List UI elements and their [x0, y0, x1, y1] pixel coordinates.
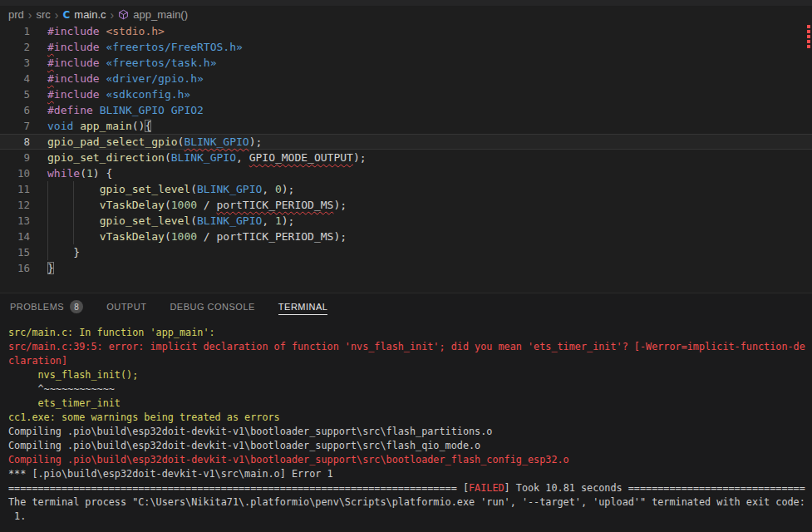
code-token: );: [282, 183, 295, 195]
code-token: }: [47, 246, 80, 259]
code-token: (: [80, 167, 86, 180]
code-token: [47, 230, 73, 243]
terminal-text-segment: ========================================…: [8, 482, 469, 494]
terminal-output[interactable]: src/main.c: In function 'app_main':src/m…: [0, 320, 812, 524]
terminal-line: src/main.c: In function 'app_main':: [8, 326, 812, 340]
tab-problems[interactable]: PROBLEMS 8: [10, 293, 83, 320]
terminal-text-segment: cc1.exe: some warnings being treated as …: [8, 411, 280, 423]
overview-ruler[interactable]: [805, 23, 812, 293]
code-line[interactable]: 13 gpio_set_level(BLINK_GPIO, 1);: [0, 213, 812, 229]
error-squiggle-token: #: [47, 72, 54, 85]
code-token: «driver/gpio.h»: [106, 72, 203, 85]
code-line[interactable]: 12 vTaskDelay(1000 / portTICK_PERIOD_MS)…: [0, 197, 812, 213]
tab-terminal-label: TERMINAL: [278, 302, 328, 312]
code-token: ,: [236, 151, 249, 164]
code-token: ,: [262, 183, 275, 195]
terminal-line: Compiling .pio\build\esp32doit-devkit-v1…: [8, 425, 812, 439]
code-token: gpio_pad_select_gpio: [47, 135, 178, 148]
code-line[interactable]: 3#include «freertos/task.h»: [0, 55, 812, 71]
terminal-text-segment: ets_timer_init: [8, 397, 121, 409]
line-number: 11: [0, 181, 30, 197]
code-line[interactable]: 11 gpio_set_level(BLINK_GPIO, 0);: [0, 181, 812, 197]
code-line[interactable]: 6#define BLINK_GPIO GPIO2: [0, 102, 812, 118]
terminal-text-segment: Compiling .pio\build\esp32doit-devkit-v1…: [8, 440, 480, 451]
line-number: 4: [0, 71, 30, 86]
breadcrumb-folder-src[interactable]: src: [36, 8, 50, 21]
code-line[interactable]: 16}: [0, 260, 812, 276]
code-line[interactable]: 1#include <stdio.h>: [0, 23, 812, 39]
terminal-line: nvs_flash_init();: [8, 368, 812, 382]
code-token: [73, 120, 80, 132]
code-text: }: [30, 260, 54, 276]
overview-ruler-error-mark: [807, 30, 810, 33]
code-token: [47, 183, 73, 195]
code-token: (: [165, 199, 171, 211]
code-line[interactable]: 9gpio_set_direction(BLINK_GPIO, GPIO_MOD…: [0, 150, 812, 165]
terminal-line: The terminal process "C:\Users\Nikita71\…: [8, 495, 812, 510]
code-token: while: [47, 167, 80, 180]
terminal-text-segment: src/main.c:39:5: error: implicit declara…: [8, 341, 805, 352]
code-token: #include: [47, 25, 100, 37]
line-number: 6: [0, 102, 30, 118]
code-token: (: [165, 230, 171, 243]
code-text: #include «sdkconfig.h»: [30, 86, 190, 102]
line-number: 5: [0, 86, 30, 102]
code-token: gpio_set_level: [100, 183, 191, 195]
code-line[interactable]: 5#include «sdkconfig.h»: [0, 86, 812, 102]
code-token: include: [54, 41, 100, 53]
error-squiggle-token: #: [47, 88, 54, 101]
terminal-text-segment: FAILED: [469, 482, 504, 494]
line-number: 13: [0, 213, 30, 229]
chevron-right-icon: ›: [28, 9, 32, 21]
code-text: void app_main(){: [30, 118, 151, 134]
code-token: [73, 183, 99, 195]
error-squiggle-token: #: [47, 41, 54, 53]
code-line[interactable]: 4#include «driver/gpio.h»: [0, 71, 812, 86]
code-line[interactable]: 8gpio_pad_select_gpio(BLINK_GPIO);: [0, 134, 812, 150]
tab-debug-console[interactable]: DEBUG CONSOLE: [170, 293, 254, 320]
problems-count-badge: 8: [70, 300, 83, 313]
code-line[interactable]: 2#include «freertos/FreeRTOS.h»: [0, 39, 812, 55]
code-token: ,: [262, 214, 275, 227]
breadcrumb-symbol-appmain[interactable]: app_main(): [133, 8, 188, 21]
line-number: 15: [0, 244, 30, 260]
tab-output[interactable]: OUTPUT: [106, 293, 146, 320]
code-line[interactable]: 14 vTaskDelay(1000 / portTICK_PERIOD_MS)…: [0, 229, 812, 244]
code-editor[interactable]: 1#include <stdio.h>2#include «freertos/F…: [0, 23, 812, 293]
code-text: gpio_set_level(BLINK_GPIO, 1);: [30, 213, 294, 229]
terminal-text-segment: *** [.pio\build\esp32doit-devkit-v1\src\…: [8, 468, 333, 480]
tab-output-label: OUTPUT: [106, 302, 146, 312]
code-text: #include <stdio.h>: [30, 23, 165, 39]
code-text: #include «freertos/task.h»: [30, 55, 217, 71]
terminal-text-segment: claration]: [8, 355, 67, 367]
code-token: BLINK_GPIO: [197, 214, 262, 227]
terminal-text-segment: Compiling .pio\build\esp32doit-devkit-v1…: [8, 426, 492, 437]
overview-ruler-error-mark: [807, 40, 810, 43]
line-number: 8: [0, 134, 30, 150]
code-line[interactable]: 10while(1) {: [0, 165, 812, 181]
code-token: }: [47, 262, 54, 274]
code-token: «freertos/FreeRTOS.h»: [106, 41, 242, 53]
code-token: (: [190, 183, 197, 195]
code-token: /: [197, 230, 216, 243]
code-token: app_main: [80, 120, 132, 132]
code-token: [47, 199, 73, 211]
code-token: );: [249, 135, 263, 148]
code-token: BLINK_GPIO: [197, 183, 262, 195]
code-token: include: [54, 57, 100, 69]
code-token: portTICK_PERIOD_MS: [217, 230, 334, 243]
code-text: }: [30, 244, 80, 260]
code-token: gpio_set_level: [100, 214, 191, 227]
terminal-text-segment: nvs_flash_init();: [8, 369, 138, 381]
terminal-text-segment: The terminal process "C:\Users\Nikita71\…: [8, 496, 805, 508]
code-token: {: [145, 120, 151, 132]
tab-terminal[interactable]: TERMINAL: [278, 293, 328, 320]
line-number: 16: [0, 260, 30, 276]
code-line[interactable]: 15 }: [0, 244, 812, 260]
breadcrumb-folder-prd[interactable]: prd: [8, 8, 24, 21]
code-line[interactable]: 7void app_main(){: [0, 118, 812, 134]
code-text: while(1) {: [30, 165, 112, 181]
bottom-panel: PROBLEMS 8 OUTPUT DEBUG CONSOLE TERMINAL…: [0, 293, 812, 532]
breadcrumb-file-mainc[interactable]: main.c: [74, 8, 106, 21]
error-squiggle-token: GPIO_MODE_OUTPUT: [249, 151, 353, 164]
